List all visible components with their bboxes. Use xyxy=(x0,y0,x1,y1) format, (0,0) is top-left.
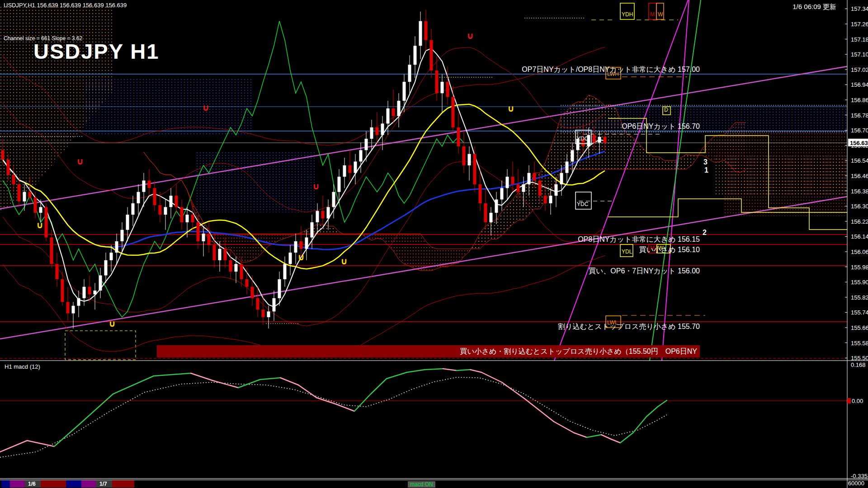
bear-candle xyxy=(376,127,379,135)
bull-candle xyxy=(316,211,319,222)
price-level-annotation: 割り込むとストップロス売り小さめ 155.70 xyxy=(558,322,700,332)
bear-candle xyxy=(256,298,259,310)
bull-candle xyxy=(218,249,222,260)
bull-candle xyxy=(343,165,346,177)
bear-candle xyxy=(224,249,227,260)
bear-candle xyxy=(593,135,596,143)
bull-candle xyxy=(278,279,281,298)
price-axis[interactable]: 157.345157.265157.185157.105157.025156.9… xyxy=(845,0,868,488)
bear-candle xyxy=(1,150,5,160)
indicator-cloud-textures xyxy=(0,5,847,216)
price-axis-label: 157.025 xyxy=(851,66,868,73)
bull-candle xyxy=(132,203,135,215)
bear-candle xyxy=(262,310,265,317)
bull-candle xyxy=(555,184,558,196)
price-level-annotation: OP6日NYカット 156.70 xyxy=(622,122,700,131)
bear-candle xyxy=(251,287,254,298)
wave-count-number: 3 xyxy=(703,158,708,166)
bull-candle xyxy=(522,184,525,192)
bear-candle xyxy=(229,260,232,272)
chart-canvas[interactable]: YDHMWLWHDYDOYDCYDLMWLWL312∪∪∪∪∪∪∪∪∪ 157.… xyxy=(0,0,868,488)
wave-count-number: 1 xyxy=(704,166,708,174)
volume-scale-label: 60000 xyxy=(848,480,864,487)
price-axis-label: 156.865 xyxy=(851,97,868,103)
bear-candle xyxy=(533,173,536,181)
price-axis-label: 156.465 xyxy=(851,173,868,179)
bull-candle xyxy=(170,196,173,207)
bull-candle xyxy=(305,238,308,249)
bear-candle xyxy=(473,154,476,184)
bear-candle xyxy=(446,82,449,97)
bull-candle xyxy=(381,124,384,135)
bear-candle xyxy=(180,207,184,222)
bull-candle xyxy=(338,177,341,192)
current-price-value: 156.639 xyxy=(850,140,868,146)
price-axis-label: 156.225 xyxy=(851,218,868,225)
price-axis-label: 155.505 xyxy=(851,355,868,361)
macd-axis-label: -0.335 xyxy=(851,473,868,479)
bear-candle xyxy=(34,197,37,213)
bear-candle xyxy=(240,264,243,279)
price-axis-label: 157.345 xyxy=(851,5,868,12)
price-axis-label: 155.745 xyxy=(851,309,868,316)
bull-candle xyxy=(164,207,167,215)
bear-candle xyxy=(66,302,70,313)
bear-candle xyxy=(484,203,487,222)
bull-candle xyxy=(365,139,368,150)
bull-candle xyxy=(332,192,335,207)
bear-candle xyxy=(538,181,542,196)
trading-terminal-window: YDHMWLWHDYDOYDCYDLMWLWL312∪∪∪∪∪∪∪∪∪ 157.… xyxy=(0,0,868,488)
bear-candle xyxy=(88,287,91,295)
bear-candle xyxy=(148,181,151,188)
last-updated-label: 1/6 06:09 更新 xyxy=(793,3,836,11)
bear-candle xyxy=(430,40,433,70)
signal-arrow-icon: ∪ xyxy=(76,156,84,166)
level-box-label: YDO xyxy=(577,136,589,142)
bull-candle xyxy=(23,192,26,202)
session-segment xyxy=(66,480,81,488)
bear-candle xyxy=(452,97,455,127)
bull-candle xyxy=(414,46,417,65)
bull-candle xyxy=(408,65,411,82)
price-axis-label: 155.985 xyxy=(851,264,868,271)
macd-zero-label: 0.00 xyxy=(852,398,863,404)
bull-candle xyxy=(397,101,401,116)
price-axis-label: 155.825 xyxy=(851,294,868,301)
bear-candle xyxy=(462,146,466,165)
bear-candle xyxy=(213,245,216,260)
bear-candle xyxy=(479,184,482,203)
price-axis-label: 157.185 xyxy=(851,36,868,43)
bull-candle xyxy=(99,276,102,291)
bear-candle xyxy=(18,184,21,202)
bull-candle xyxy=(83,287,86,298)
bull-candle xyxy=(72,306,75,314)
timeline-bar: 1/61/7 xyxy=(1,480,134,488)
bull-candle xyxy=(571,150,574,161)
session-segment xyxy=(10,480,25,488)
bear-candle xyxy=(56,264,59,279)
price-axis-label: 156.785 xyxy=(851,112,868,119)
bull-candle xyxy=(419,21,422,46)
symbol-ohlc-readout: USDJPY,H1 156.639 156.639 156.639 156.63… xyxy=(4,2,127,9)
bull-candle xyxy=(359,150,363,161)
bull-candle xyxy=(235,264,238,272)
page-title: USDJPY H1 xyxy=(33,39,159,64)
session-segment xyxy=(1,480,10,488)
level-box-label: D xyxy=(664,107,668,113)
level-box-label: M xyxy=(650,11,655,18)
bull-candle xyxy=(202,234,205,241)
bull-candle xyxy=(566,162,569,173)
bear-candle xyxy=(197,222,200,241)
bear-candle xyxy=(7,160,10,175)
bull-candle xyxy=(549,196,552,203)
bear-candle xyxy=(457,127,460,146)
price-axis-label: 156.385 xyxy=(851,188,868,195)
macd-panel xyxy=(0,361,868,480)
bull-candle xyxy=(403,82,406,101)
bull-candle xyxy=(77,298,80,306)
bear-candle xyxy=(300,241,303,249)
bull-candle xyxy=(441,82,444,93)
bull-candle xyxy=(104,260,108,276)
macd-on-toggle[interactable]: macd ON xyxy=(408,481,435,488)
signal-arrow-icon: ∪ xyxy=(467,31,474,41)
